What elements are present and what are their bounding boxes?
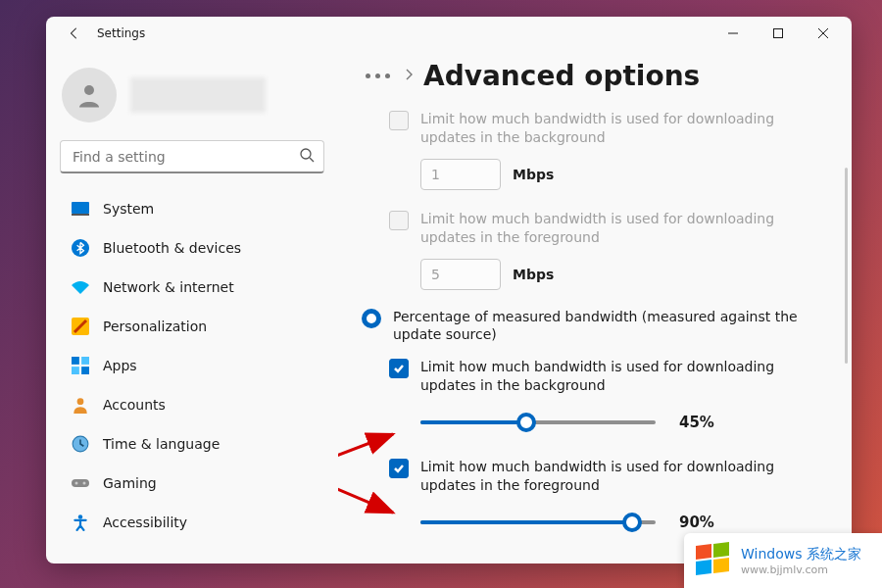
sidebar-item-apps[interactable]: Apps	[60, 348, 324, 383]
svg-rect-17	[72, 479, 89, 487]
absolute-bg-input	[420, 159, 501, 190]
profile-block[interactable]	[60, 68, 324, 122]
percentage-radio-row[interactable]: Percentage of measured bandwidth (measur…	[362, 308, 834, 345]
svg-point-4	[84, 85, 94, 95]
sidebar-item-bluetooth[interactable]: Bluetooth & devices	[60, 230, 324, 266]
svg-rect-14	[81, 367, 89, 374]
sidebar-item-personalization[interactable]: Personalization	[60, 309, 324, 344]
page-title: Advanced options	[423, 60, 700, 92]
sidebar-item-accessibility[interactable]: Accessibility	[60, 505, 324, 540]
percentage-bg-checkbox[interactable]	[389, 359, 409, 378]
svg-point-18	[75, 482, 78, 485]
svg-point-15	[77, 398, 84, 405]
personalization-icon	[72, 318, 89, 335]
percentage-radio[interactable]	[362, 309, 381, 328]
absolute-fg-input	[420, 259, 501, 290]
accessibility-icon	[72, 514, 89, 531]
sidebar-item-time[interactable]: Time & language	[60, 426, 324, 462]
absolute-bg-checkbox	[389, 111, 409, 130]
svg-rect-13	[72, 367, 79, 374]
percentage-fg-slider[interactable]	[420, 513, 656, 532]
minimize-button[interactable]	[710, 19, 756, 48]
chevron-right-icon	[404, 67, 414, 85]
sidebar-item-network[interactable]: Network & internet	[60, 270, 324, 305]
svg-rect-1	[774, 29, 783, 38]
nav-label: Accounts	[103, 397, 166, 413]
close-button[interactable]	[801, 19, 846, 48]
sidebar-item-gaming[interactable]: Gaming	[60, 466, 324, 501]
unit-label: Mbps	[513, 267, 554, 282]
bluetooth-icon	[72, 239, 89, 257]
nav-label: System	[103, 201, 154, 217]
percentage-fg-checkbox[interactable]	[389, 459, 409, 478]
absolute-bg-option: Limit how much bandwidth is used for dow…	[389, 110, 834, 147]
watermark-url: www.bjjmlv.com	[741, 564, 861, 576]
profile-name-redacted	[130, 77, 266, 113]
app-title: Settings	[97, 26, 145, 40]
breadcrumb-ellipsis[interactable]	[362, 70, 394, 82]
time-icon	[72, 435, 89, 453]
windows-logo-icon	[694, 541, 733, 580]
absolute-fg-label: Limit how much bandwidth is used for dow…	[420, 210, 834, 247]
nav-label: Network & internet	[103, 279, 234, 295]
system-icon	[72, 200, 89, 218]
watermark-title: Windows 系统之家	[741, 546, 861, 564]
svg-rect-11	[72, 357, 79, 365]
watermark: Windows 系统之家 www.bjjmlv.com	[684, 533, 882, 588]
percentage-fg-label: Limit how much bandwidth is used for dow…	[420, 458, 834, 495]
svg-point-20	[78, 514, 83, 519]
nav-label: Apps	[103, 358, 137, 373]
search-input[interactable]	[60, 140, 324, 173]
absolute-fg-checkbox	[389, 211, 409, 230]
avatar	[62, 68, 117, 122]
percentage-bg-option[interactable]: Limit how much bandwidth is used for dow…	[389, 358, 834, 395]
percentage-bg-value: 45%	[679, 414, 714, 431]
svg-rect-8	[72, 214, 89, 216]
breadcrumb: Advanced options	[362, 60, 834, 92]
percentage-bg-slider[interactable]	[420, 413, 656, 432]
titlebar: Settings	[46, 17, 852, 50]
svg-point-19	[83, 482, 86, 485]
apps-icon	[72, 357, 89, 374]
accounts-icon	[72, 396, 89, 414]
network-icon	[72, 278, 89, 296]
nav-label: Gaming	[103, 475, 157, 491]
percentage-fg-option[interactable]: Limit how much bandwidth is used for dow…	[389, 458, 834, 495]
nav-label: Bluetooth & devices	[103, 240, 241, 256]
percentage-fg-value: 90%	[679, 514, 714, 531]
sidebar: System Bluetooth & devices Network & int…	[46, 50, 338, 564]
scrollbar[interactable]	[845, 168, 848, 364]
maximize-button[interactable]	[756, 19, 801, 48]
settings-window: Settings System Bluetooth & devices Netw…	[46, 17, 852, 564]
svg-line-6	[310, 158, 314, 162]
nav-label: Accessibility	[103, 514, 187, 530]
sidebar-item-accounts[interactable]: Accounts	[60, 387, 324, 422]
gaming-icon	[72, 474, 89, 492]
svg-rect-12	[81, 357, 89, 365]
search-icon	[299, 147, 315, 167]
main-content: Advanced options Limit how much bandwidt…	[338, 50, 852, 564]
percentage-radio-label: Percentage of measured bandwidth (measur…	[393, 308, 834, 345]
sidebar-item-system[interactable]: System	[60, 191, 324, 226]
nav-label: Time & language	[103, 436, 220, 452]
unit-label: Mbps	[513, 167, 554, 182]
nav-label: Personalization	[103, 318, 207, 334]
absolute-bg-label: Limit how much bandwidth is used for dow…	[420, 110, 834, 147]
nav-list: System Bluetooth & devices Network & int…	[60, 191, 324, 540]
percentage-bg-label: Limit how much bandwidth is used for dow…	[420, 358, 834, 395]
svg-point-5	[301, 149, 311, 159]
absolute-fg-option: Limit how much bandwidth is used for dow…	[389, 210, 834, 247]
back-button[interactable]	[60, 19, 89, 48]
svg-rect-7	[72, 202, 89, 214]
